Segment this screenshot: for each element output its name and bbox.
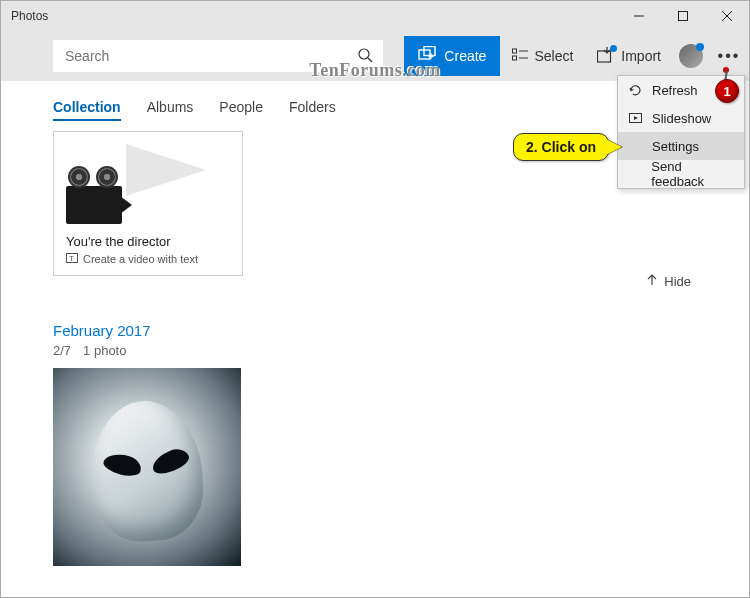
hide-button[interactable]: Hide (646, 274, 691, 289)
svg-rect-13 (598, 51, 611, 62)
svg-rect-1 (679, 12, 688, 21)
window-controls (617, 1, 749, 31)
menu-settings[interactable]: Settings (618, 132, 744, 160)
menu-slideshow-label: Slideshow (652, 111, 711, 126)
avatar[interactable] (679, 44, 703, 68)
annotation-callout: 2. Click on (513, 133, 609, 161)
svg-rect-9 (513, 49, 517, 53)
arrow-up-icon (646, 274, 658, 289)
watermark: TenForums.com (309, 60, 440, 81)
menu-refresh-label: Refresh (652, 83, 698, 98)
tab-folders[interactable]: Folders (289, 99, 336, 121)
svg-marker-17 (634, 116, 638, 120)
menu-slideshow[interactable]: Slideshow (618, 104, 744, 132)
promo-subtitle: T Create a video with text (66, 253, 230, 265)
tab-people[interactable]: People (219, 99, 263, 121)
select-icon (512, 48, 528, 65)
photo-thumbnail[interactable] (53, 368, 241, 566)
menu-settings-label: Settings (652, 139, 699, 154)
svg-text:T: T (69, 254, 74, 263)
hide-label: Hide (664, 274, 691, 289)
import-icon (597, 47, 615, 66)
annotation-pin (723, 67, 729, 73)
slideshow-icon (628, 113, 642, 124)
annotation-step-1: 1 (715, 79, 739, 103)
text-icon: T (66, 253, 78, 265)
month-subheading: 2/71 photo (53, 343, 749, 358)
ellipsis-icon: ••• (718, 47, 741, 65)
promo-title: You're the director (66, 234, 230, 249)
refresh-icon (628, 84, 642, 97)
import-button[interactable]: Import (585, 36, 673, 76)
date-label: 2/7 (53, 343, 71, 358)
menu-feedback-label: Send feedback (651, 159, 734, 189)
window-title: Photos (11, 9, 48, 23)
promo-subtitle-text: Create a video with text (83, 253, 198, 265)
count-label: 1 photo (83, 343, 126, 358)
tab-collection[interactable]: Collection (53, 99, 121, 121)
tab-albums[interactable]: Albums (147, 99, 194, 121)
svg-rect-11 (513, 56, 517, 60)
select-button[interactable]: Select (500, 36, 585, 76)
camera-illustration (66, 144, 230, 224)
titlebar: Photos (1, 1, 749, 31)
more-button[interactable]: ••• (709, 36, 749, 76)
menu-send-feedback[interactable]: Send feedback (618, 160, 744, 188)
minimize-button[interactable] (617, 1, 661, 31)
create-label: Create (444, 48, 486, 64)
promo-card[interactable]: You're the director T Create a video wit… (53, 131, 243, 276)
svg-point-4 (359, 49, 369, 59)
close-button[interactable] (705, 1, 749, 31)
import-label: Import (621, 48, 661, 64)
month-heading[interactable]: February 2017 (53, 322, 749, 339)
maximize-button[interactable] (661, 1, 705, 31)
select-label: Select (534, 48, 573, 64)
